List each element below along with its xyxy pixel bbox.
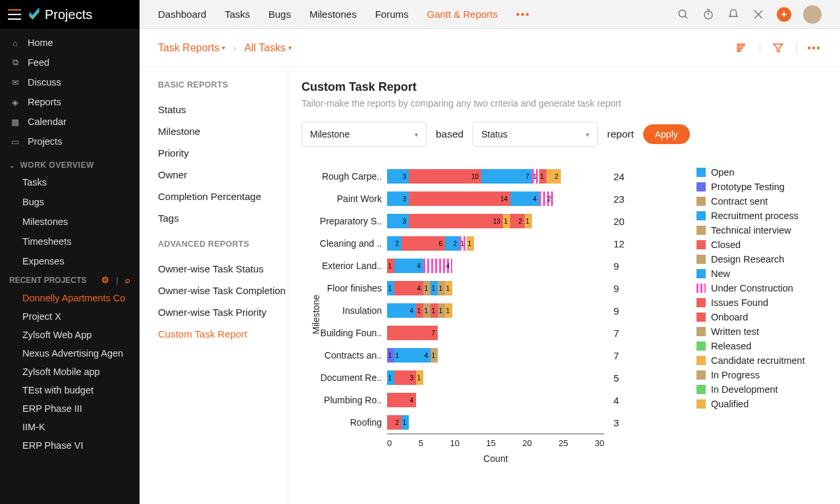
chart-bar[interactable]: 26211 (387, 236, 604, 251)
legend-item[interactable]: In Progress (696, 368, 805, 382)
hamburger-icon[interactable] (8, 9, 21, 20)
recent-project-item[interactable]: Zylsoft Web App (0, 326, 140, 344)
chart-category-label: Rough Carpe.. (302, 171, 387, 182)
chart-bar[interactable]: 411111 (387, 303, 604, 318)
timer-icon[interactable] (702, 8, 715, 21)
chart-x-axis: 051015202530 (387, 434, 604, 448)
nav-item-home[interactable]: ⌂Home (0, 33, 140, 53)
recent-project-item[interactable]: Project X (0, 307, 140, 326)
chart-row: Floor finishes1411119 (302, 277, 657, 299)
tab-tasks[interactable]: Tasks (224, 9, 249, 20)
legend-item[interactable]: New (696, 266, 805, 281)
legend-item[interactable]: Onboard (696, 310, 805, 324)
advanced-report-item[interactable]: Owner-wise Task Status (158, 258, 288, 280)
nav-item-reports[interactable]: ◈Reports (0, 92, 140, 112)
legend-item[interactable]: Released (696, 339, 805, 353)
basic-report-item[interactable]: Milestone (158, 120, 288, 142)
basic-report-item[interactable]: Tags (158, 207, 288, 229)
recent-project-item[interactable]: Nexus Advertising Agen (0, 344, 140, 363)
tab-dashboard[interactable]: Dashboard (158, 9, 206, 20)
chart-view-icon[interactable] (735, 42, 749, 54)
crumb-task-reports[interactable]: Task Reports ▾ (158, 42, 225, 54)
tab-forums[interactable]: Forums (375, 9, 409, 20)
chart-total-label: 12 (604, 238, 631, 249)
add-button[interactable]: + (777, 7, 791, 22)
overview-item-bugs[interactable]: Bugs (0, 192, 140, 212)
tab-bugs[interactable]: Bugs (269, 9, 291, 20)
chart-bar[interactable]: 21 (387, 415, 604, 430)
apply-button[interactable]: Apply (643, 124, 690, 144)
recent-project-item[interactable]: ERP Phase III (0, 399, 140, 418)
nav-item-projects[interactable]: ▭Projects (0, 132, 140, 151)
legend-label: Released (711, 341, 751, 351)
chart-bar[interactable]: 141111 (387, 280, 604, 296)
chart-total-label: 4 (604, 395, 631, 406)
chart-bar[interactable]: 144 (387, 258, 604, 274)
recent-search-icon[interactable]: ⌕ (125, 275, 130, 285)
nav-item-feed[interactable]: ⧉Feed (0, 53, 140, 72)
avatar[interactable] (803, 5, 822, 24)
legend-item[interactable]: Recruitment process (696, 209, 805, 223)
chart-bar[interactable]: 131 (387, 370, 604, 386)
recent-settings-icon[interactable]: ⚙ (101, 275, 109, 285)
legend-item[interactable]: Candidate recruitment (696, 353, 805, 368)
overview-item-timesheets[interactable]: Timesheets (0, 232, 140, 251)
crumb-all-tasks[interactable]: All Tasks ▾ (244, 42, 292, 54)
recent-project-item[interactable]: Donnelly Apartments Co (0, 289, 140, 307)
advanced-report-item[interactable]: Owner-wise Task Completion (158, 280, 288, 301)
legend-item[interactable]: Technical interview (696, 223, 805, 238)
legend-item[interactable]: Prototype Testing (696, 180, 805, 194)
legend-swatch (696, 399, 706, 409)
tab-gantt-reports[interactable]: Gantt & Reports (427, 9, 498, 20)
basic-report-item[interactable]: Completion Percentage (158, 186, 288, 207)
recent-project-item[interactable]: ERP Phase VI (0, 436, 140, 455)
select-criteria-1[interactable]: Milestone ▾ (302, 122, 427, 147)
nav-item-discuss[interactable]: ✉Discuss (0, 72, 140, 92)
legend-item[interactable]: Closed (696, 238, 805, 252)
filter-icon[interactable] (771, 42, 785, 54)
recent-project-item[interactable]: IIM-K (0, 418, 140, 436)
more-tabs-button[interactable]: ••• (516, 9, 531, 20)
advanced-report-item[interactable]: Custom Task Report (158, 323, 288, 345)
nav-item-calendar[interactable]: ▦Calendar (0, 112, 140, 132)
svg-line-1 (685, 16, 687, 18)
chart-x-tick: 5 (419, 438, 423, 448)
legend-item[interactable]: Design Research (696, 252, 805, 266)
tab-milestones[interactable]: Milestones (309, 9, 357, 20)
chart-bar[interactable]: 3107112 (387, 168, 604, 184)
chart-segment: 1 (503, 214, 510, 228)
legend-item[interactable]: In Development (696, 382, 805, 397)
tools-icon[interactable] (752, 8, 765, 21)
more-icon[interactable]: ••• (807, 43, 822, 53)
overview-item-tasks[interactable]: Tasks (0, 172, 140, 192)
chart-segment: 1 (423, 303, 431, 318)
bell-icon[interactable] (727, 8, 740, 21)
chart-segment: 1 (459, 236, 467, 251)
basic-report-item[interactable]: Priority (158, 142, 288, 164)
recent-project-item[interactable]: Zylsoft Mobile app (0, 363, 140, 381)
advanced-report-item[interactable]: Owner-wise Task Priority (158, 301, 288, 323)
overview-item-milestones[interactable]: Milestones (0, 212, 140, 232)
basic-report-item[interactable]: Status (158, 99, 288, 120)
legend-item[interactable]: Open (696, 165, 805, 180)
select-criteria-2[interactable]: Status ▾ (473, 122, 598, 147)
legend-item[interactable]: Contract sent (696, 194, 805, 209)
legend-item[interactable]: Written test (696, 324, 805, 339)
nav-icon: ▭ (9, 137, 21, 147)
search-icon[interactable] (677, 8, 690, 21)
legend-item[interactable]: Qualified (696, 397, 805, 411)
chart-bar[interactable]: 7 (387, 325, 604, 341)
legend-item[interactable]: Issues Found (696, 295, 805, 310)
overview-item-expenses[interactable]: Expenses (0, 251, 140, 271)
brand-bar: Projects (0, 0, 140, 29)
basic-report-item[interactable]: Owner (158, 164, 288, 186)
chart-bar[interactable]: 1141 (387, 347, 604, 363)
chart-bar[interactable]: 31442 (387, 191, 604, 207)
work-overview-header[interactable]: ⌄ WORK OVERVIEW (0, 155, 140, 172)
chart-bar[interactable]: 313121 (387, 213, 604, 229)
recent-project-item[interactable]: TEst with budget (0, 381, 140, 399)
chart-segment: 7 (481, 169, 532, 184)
legend-item[interactable]: Under Construction (696, 281, 805, 295)
recent-divider: | (116, 275, 118, 285)
chart-bar[interactable]: 4 (387, 392, 604, 408)
